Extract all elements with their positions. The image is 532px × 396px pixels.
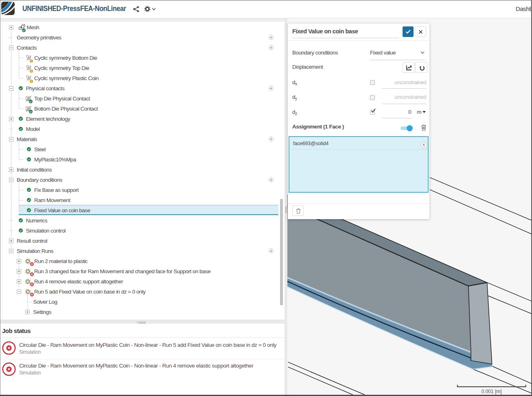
svg-text:0.001 [m]: 0.001 [m]	[482, 389, 502, 394]
